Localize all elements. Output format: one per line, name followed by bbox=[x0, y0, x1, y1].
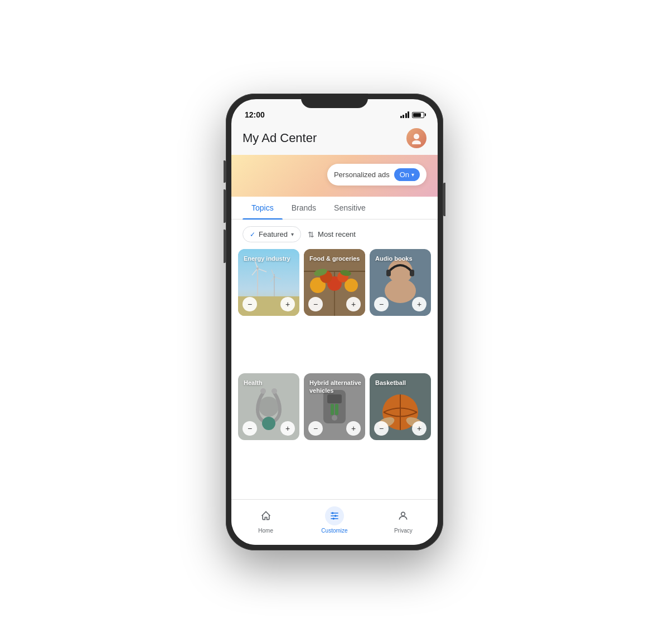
app-content: My Ad Center Personalized ads On bbox=[231, 124, 438, 545]
filter-row: ✓ Featured ▾ ⇅ Most recent bbox=[231, 219, 438, 249]
ads-toggle-value: On bbox=[400, 170, 409, 179]
volume-down-button bbox=[224, 230, 226, 263]
nav-privacy[interactable]: Privacy bbox=[369, 504, 438, 536]
audio-controls: − + bbox=[374, 297, 426, 311]
topics-grid: Energy industry − + bbox=[231, 249, 438, 499]
audio-label: Audio books bbox=[375, 255, 413, 262]
home-icon bbox=[256, 506, 275, 525]
tab-sensitive[interactable]: Sensitive bbox=[325, 197, 375, 219]
battery-icon bbox=[412, 112, 424, 118]
signal-bar-3 bbox=[405, 113, 407, 118]
svg-point-30 bbox=[259, 397, 279, 417]
ads-toggle-arrow: ▾ bbox=[411, 172, 414, 178]
featured-label: Featured bbox=[259, 230, 288, 238]
side-buttons-left bbox=[224, 160, 226, 263]
app-header: My Ad Center bbox=[231, 124, 438, 155]
privacy-nav-label: Privacy bbox=[394, 528, 413, 534]
svg-point-1 bbox=[412, 140, 421, 144]
energy-decrease-button[interactable]: − bbox=[243, 297, 257, 311]
customize-nav-label: Customize bbox=[321, 528, 347, 534]
svg-rect-38 bbox=[335, 404, 338, 415]
svg-rect-37 bbox=[331, 404, 334, 415]
basketball-controls: − + bbox=[374, 421, 426, 436]
food-controls: − + bbox=[308, 297, 361, 311]
energy-controls: − + bbox=[243, 297, 295, 311]
svg-rect-28 bbox=[410, 270, 414, 276]
svg-point-49 bbox=[334, 515, 336, 516]
ads-banner: Personalized ads On ▾ bbox=[231, 155, 438, 197]
phone-screen: 12:00 My Ad Center bbox=[231, 99, 438, 545]
ads-label: Personalized ads bbox=[334, 170, 390, 179]
hybrid-decrease-button[interactable]: − bbox=[308, 421, 323, 436]
food-increase-button[interactable]: + bbox=[346, 297, 361, 311]
featured-arrow-icon: ▾ bbox=[291, 231, 294, 237]
mute-button bbox=[224, 160, 226, 183]
phone-notch bbox=[301, 94, 368, 108]
nav-customize[interactable]: Customize bbox=[300, 504, 369, 536]
basketball-decrease-button[interactable]: − bbox=[374, 421, 389, 436]
health-increase-button[interactable]: + bbox=[280, 421, 295, 436]
sort-label: Most recent bbox=[318, 230, 356, 238]
ads-toggle-button[interactable]: On ▾ bbox=[394, 168, 420, 181]
hybrid-label: Hybrid alternative vehicles bbox=[309, 379, 365, 395]
tab-brands[interactable]: Brands bbox=[283, 197, 325, 219]
app-title: My Ad Center bbox=[243, 131, 317, 145]
phone-device: 12:00 My Ad Center bbox=[226, 94, 443, 550]
svg-rect-27 bbox=[386, 270, 391, 276]
svg-point-50 bbox=[333, 518, 334, 519]
battery-fill bbox=[413, 113, 421, 117]
svg-point-0 bbox=[414, 134, 419, 139]
food-label: Food & groceries bbox=[309, 255, 360, 262]
featured-filter-button[interactable]: ✓ Featured ▾ bbox=[243, 226, 301, 242]
nav-home[interactable]: Home bbox=[231, 504, 300, 536]
topic-card-hybrid[interactable]: Hybrid alternative vehicles − + bbox=[304, 373, 365, 440]
topic-card-energy[interactable]: Energy industry − + bbox=[238, 249, 299, 316]
svg-point-48 bbox=[332, 512, 333, 514]
signal-bar-1 bbox=[400, 116, 402, 118]
topic-card-health[interactable]: Health − + bbox=[238, 373, 299, 440]
signal-icon bbox=[400, 111, 410, 118]
side-buttons-right bbox=[443, 183, 445, 216]
tab-topics[interactable]: Topics bbox=[243, 197, 283, 219]
audio-increase-button[interactable]: + bbox=[412, 297, 426, 311]
svg-point-8 bbox=[256, 267, 259, 270]
svg-point-39 bbox=[332, 415, 337, 421]
privacy-icon bbox=[394, 506, 413, 525]
customize-icon bbox=[325, 506, 344, 525]
sort-button[interactable]: ⇅ Most recent bbox=[308, 230, 356, 239]
svg-rect-36 bbox=[327, 394, 342, 403]
svg-point-13 bbox=[274, 276, 275, 278]
svg-point-32 bbox=[260, 388, 266, 394]
bottom-nav: Home Cus bbox=[231, 499, 438, 545]
hybrid-controls: − + bbox=[308, 421, 361, 436]
svg-point-51 bbox=[401, 512, 405, 516]
health-label: Health bbox=[244, 379, 263, 387]
tabs-bar: Topics Brands Sensitive bbox=[231, 197, 438, 219]
topic-card-basketball[interactable]: Basketball − + bbox=[370, 373, 431, 440]
audio-decrease-button[interactable]: − bbox=[374, 297, 389, 311]
health-controls: − + bbox=[243, 421, 295, 436]
check-icon: ✓ bbox=[250, 231, 255, 238]
topic-card-food[interactable]: Food & groceries − + bbox=[304, 249, 365, 316]
sort-icon: ⇅ bbox=[308, 230, 314, 239]
basketball-increase-button[interactable]: + bbox=[412, 421, 426, 436]
ads-control: Personalized ads On ▾ bbox=[327, 164, 426, 186]
signal-bar-2 bbox=[403, 115, 404, 118]
volume-up-button bbox=[224, 189, 226, 223]
svg-point-33 bbox=[272, 388, 277, 394]
food-decrease-button[interactable]: − bbox=[308, 297, 323, 311]
home-nav-label: Home bbox=[258, 528, 273, 534]
health-decrease-button[interactable]: − bbox=[243, 421, 257, 436]
energy-increase-button[interactable]: + bbox=[280, 297, 295, 311]
basketball-label: Basketball bbox=[375, 379, 406, 387]
topic-card-audio[interactable]: Audio books − + bbox=[370, 249, 431, 316]
signal-bar-4 bbox=[408, 111, 409, 118]
energy-label: Energy industry bbox=[244, 255, 290, 262]
scene: 12:00 My Ad Center bbox=[0, 0, 669, 644]
hybrid-increase-button[interactable]: + bbox=[346, 421, 361, 436]
power-button bbox=[443, 183, 445, 216]
avatar[interactable] bbox=[406, 128, 426, 148]
status-time: 12:00 bbox=[245, 110, 265, 119]
status-icons bbox=[400, 111, 425, 118]
